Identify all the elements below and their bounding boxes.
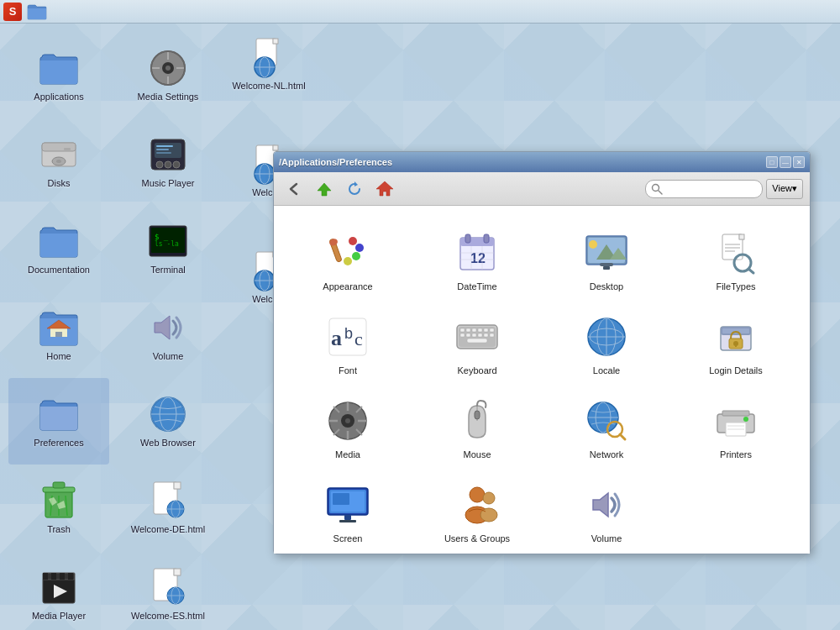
file-icon-network[interactable]: Network bbox=[546, 391, 667, 466]
svg-rect-97 bbox=[600, 263, 613, 266]
taskbar-folder-icon[interactable] bbox=[27, 3, 47, 20]
desktop-icon-trash[interactable]: Trash bbox=[8, 465, 109, 551]
svg-rect-113 bbox=[460, 328, 465, 332]
desktop-icon-label: Welcome-DE.html bbox=[131, 524, 205, 535]
desktop-icon-welcome-nl[interactable]: Welcome-NL.html bbox=[223, 32, 315, 97]
taskbar: S bbox=[0, 0, 840, 24]
up-button[interactable] bbox=[311, 177, 338, 201]
file-icon-media[interactable]: Media bbox=[287, 391, 408, 466]
svg-rect-166 bbox=[339, 520, 356, 522]
svg-line-76 bbox=[659, 191, 662, 194]
window-restore-btn[interactable]: □ bbox=[766, 156, 778, 168]
window-titlebar: /Applications/Preferences □ ― ✕ bbox=[274, 152, 810, 172]
svg-marker-171 bbox=[593, 493, 608, 517]
svg-point-169 bbox=[483, 492, 495, 504]
window-close-btn[interactable]: ✕ bbox=[793, 156, 805, 168]
desktop-icon-welcome-de[interactable]: Welcome-DE.html bbox=[118, 465, 218, 551]
desktop-icon-label: Volume bbox=[153, 351, 184, 362]
svg-point-75 bbox=[653, 184, 659, 191]
file-icon-login[interactable]: Login Details bbox=[675, 307, 796, 382]
desktop-icon-label: Trash bbox=[47, 524, 71, 535]
desktop-icon-home[interactable]: Home bbox=[8, 291, 109, 378]
svg-point-160 bbox=[743, 417, 748, 422]
file-icon-volume[interactable]: Volume bbox=[546, 475, 667, 550]
file-icon-label: Media bbox=[335, 449, 360, 459]
window-minimize-btn[interactable]: ― bbox=[780, 156, 791, 168]
svg-rect-119 bbox=[460, 333, 465, 337]
home-button[interactable] bbox=[371, 177, 398, 201]
svg-rect-117 bbox=[484, 328, 488, 332]
svg-rect-114 bbox=[466, 328, 470, 332]
file-icon-appearance[interactable]: Appearance bbox=[287, 223, 408, 298]
svg-rect-41 bbox=[174, 482, 181, 489]
file-icon-datetime[interactable]: 12 DateTime bbox=[417, 223, 538, 298]
search-input[interactable] bbox=[663, 184, 755, 194]
svg-rect-115 bbox=[472, 328, 476, 332]
svg-marker-72 bbox=[318, 183, 331, 196]
file-icon-label: DateTime bbox=[457, 281, 496, 291]
file-icon-users-groups[interactable]: Users & Groups bbox=[417, 475, 538, 550]
desktop-icon-documentation[interactable]: Documentation bbox=[8, 205, 109, 291]
svg-rect-165 bbox=[344, 515, 351, 520]
view-button[interactable]: View▾ bbox=[766, 179, 803, 199]
svg-point-2 bbox=[165, 66, 171, 71]
desktop-icon-label: Web Browser bbox=[140, 438, 196, 449]
file-icon-label: Locale bbox=[593, 365, 620, 375]
refresh-button[interactable] bbox=[341, 177, 368, 201]
desktop-icon-label: Media Player bbox=[32, 611, 86, 622]
svg-point-81 bbox=[352, 252, 360, 260]
desktop-icon-volume[interactable]: Volume bbox=[118, 291, 218, 378]
back-button[interactable] bbox=[281, 177, 307, 201]
svg-text:b: b bbox=[344, 325, 353, 342]
svg-point-80 bbox=[355, 244, 364, 252]
desktop-icon-web-browser[interactable]: Web Browser bbox=[118, 378, 218, 465]
svg-rect-116 bbox=[478, 328, 482, 332]
desktop-icon-label: Home bbox=[46, 351, 71, 362]
file-icon-screen[interactable]: Screen bbox=[287, 475, 408, 550]
desktop-icon-terminal[interactable]: $ _ ls -la Terminal bbox=[118, 205, 218, 291]
svg-point-96 bbox=[589, 240, 597, 249]
desktop-icon-preferences[interactable]: Preferences bbox=[8, 378, 109, 465]
svg-point-11 bbox=[56, 160, 61, 163]
file-icon-label: Network bbox=[590, 449, 623, 459]
file-icon-font[interactable]: a b c Font bbox=[287, 307, 408, 382]
svg-rect-100 bbox=[739, 234, 744, 239]
file-icon-desktop[interactable]: Desktop bbox=[546, 223, 667, 298]
svg-rect-86 bbox=[484, 234, 489, 243]
desktop-icon-label: Preferences bbox=[34, 438, 83, 449]
svg-line-105 bbox=[748, 269, 753, 273]
svg-text:c: c bbox=[354, 328, 363, 349]
window-controls: □ ― ✕ bbox=[766, 156, 805, 168]
svg-point-79 bbox=[349, 237, 357, 245]
file-icon-label: Appearance bbox=[323, 281, 372, 291]
file-icon-label: Printers bbox=[720, 449, 752, 459]
svg-rect-58 bbox=[273, 39, 278, 44]
svg-point-167 bbox=[470, 487, 485, 502]
file-icon-filetypes[interactable]: FileTypes bbox=[675, 223, 796, 298]
desktop-icon-disks[interactable]: Disks bbox=[8, 118, 109, 205]
desktop-icon-media-player[interactable]: Media Player bbox=[8, 551, 109, 630]
desktop-icon-applications[interactable]: Applications bbox=[8, 32, 109, 118]
svg-rect-49 bbox=[60, 573, 65, 580]
desktop-icon-welcome-es[interactable]: Welcome-ES.html bbox=[118, 551, 218, 630]
desktop-icon-label: Welcome-NL.html bbox=[232, 81, 305, 92]
svg-rect-124 bbox=[490, 333, 494, 337]
desktop-icon-media-settings[interactable]: Media Settings bbox=[118, 32, 218, 118]
file-icon-label: Volume bbox=[591, 533, 622, 543]
file-manager-window: /Applications/Preferences □ ― ✕ bbox=[273, 151, 811, 554]
file-icon-printers[interactable]: Printers bbox=[675, 391, 796, 466]
svg-rect-39 bbox=[53, 482, 65, 488]
taskbar-logo[interactable]: S bbox=[3, 3, 22, 21]
file-icon-mouse[interactable]: Mouse bbox=[417, 391, 538, 466]
svg-rect-47 bbox=[43, 573, 48, 580]
svg-rect-123 bbox=[484, 333, 488, 337]
desktop-icon-label: Disks bbox=[48, 178, 71, 189]
file-icon-locale[interactable]: Locale bbox=[546, 307, 667, 382]
file-icon-label: Mouse bbox=[463, 449, 491, 459]
svg-text:ls -la: ls -la bbox=[155, 240, 179, 248]
desktop-icon-label: Documentation bbox=[28, 265, 90, 276]
svg-rect-50 bbox=[68, 573, 73, 580]
svg-rect-12 bbox=[64, 148, 71, 150]
desktop-icon-music-player[interactable]: Music Player bbox=[118, 118, 218, 205]
file-icon-keyboard[interactable]: Keyboard bbox=[417, 307, 538, 382]
